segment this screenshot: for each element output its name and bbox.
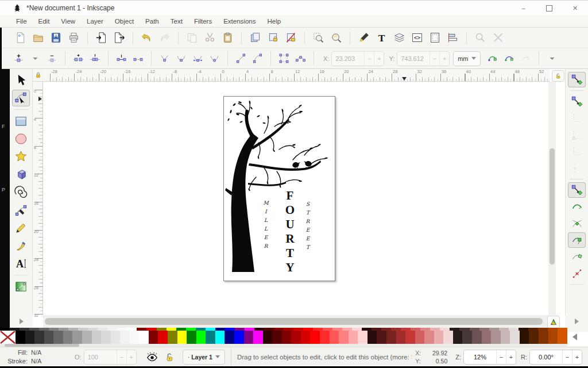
palette-swatch[interactable] [72,331,82,344]
minimize-button[interactable]: – [510,1,536,16]
y-increment-button[interactable]: + [439,52,449,66]
snap-bbox-edge-midpoints-button[interactable] [568,144,586,159]
palette-swatch[interactable] [92,331,102,344]
palette-swatch[interactable] [520,331,529,344]
ruler-lock-corner-button[interactable] [552,70,564,82]
lock-guides-toggle[interactable] [33,69,43,82]
curve-to-line-button[interactable] [250,51,265,66]
tool-ellipse[interactable] [12,131,30,147]
palette-swatch[interactable] [272,331,282,344]
zoom-selection-button[interactable] [311,30,326,45]
menu-item[interactable]: Layer [81,15,109,28]
join-with-segment-button[interactable] [114,51,129,66]
zoom-spinner[interactable]: 12% − + [463,350,516,365]
palette-swatch[interactable] [349,331,358,344]
snap-bbox-centers-button[interactable] [568,160,586,176]
palette-swatch[interactable] [25,331,35,344]
palette-swatch[interactable] [158,331,168,344]
rotate-cw-button[interactable]: + [572,350,582,364]
layers-dialog-button[interactable] [392,30,407,45]
palette-swatch[interactable] [263,331,273,344]
menu-item[interactable]: Filters [188,15,218,28]
current-layer-dropdown[interactable]: · Layer 1 [183,350,225,365]
palette-swatch[interactable] [291,331,301,344]
tool-pen[interactable] [12,202,30,218]
palette-swatch[interactable] [120,331,130,344]
xml-editor-button[interactable] [409,30,425,45]
no-color-swatch[interactable] [0,331,16,344]
palette-swatch[interactable] [130,331,140,344]
make-corner-button[interactable] [157,51,172,66]
snap-paths-button[interactable] [568,199,586,214]
palette-swatch[interactable] [482,331,492,344]
zoom-out-button[interactable]: − [496,350,506,364]
tool-calligraphy[interactable] [12,237,30,254]
palette-swatch[interactable] [139,331,149,344]
horizontal-scrollbar[interactable] [43,315,548,328]
opacity-increment-button[interactable]: + [126,350,136,364]
snap-smooth-nodes-button[interactable] [568,249,586,264]
tool-selector[interactable] [12,72,30,89]
save-button[interactable] [48,30,64,45]
tree-drawing[interactable] [224,97,335,281]
edit-clipping-path-button[interactable] [485,51,500,66]
x-increment-button[interactable]: + [374,52,384,66]
snap-bounding-box-button[interactable] [568,94,586,109]
align-distribute-button[interactable] [445,30,461,45]
palette-swatch[interactable] [225,331,234,344]
palette-swatch[interactable] [244,331,254,344]
rotation-spinner[interactable]: 0.00° − + [529,350,582,365]
text-dialog-button[interactable] [374,30,389,45]
palette-swatch[interactable] [82,331,92,344]
palette-swatch[interactable] [491,331,501,344]
layer-lock-toggle[interactable] [162,350,177,365]
artwork-text-fourty[interactable]: FOURTY [283,189,297,275]
menu-item[interactable]: Object [109,15,140,28]
opacity-spinner[interactable]: 100 − + [84,350,137,365]
y-decrement-button[interactable]: − [430,52,439,66]
import-button[interactable] [94,30,109,45]
tool-spiral[interactable] [12,184,30,201]
copy-button[interactable] [184,30,200,45]
snap-bbox-edges-button[interactable] [568,110,586,126]
export-button[interactable] [111,30,127,45]
palette-swatch[interactable] [453,331,463,344]
palette-swatch[interactable] [177,331,187,344]
snap-bbox-corners-button[interactable] [568,127,586,143]
palette-swatch[interactable] [510,331,520,344]
snap-toggle-button[interactable] [568,72,586,87]
unlink-clone-button[interactable] [283,30,299,45]
snap-cusp-nodes-button[interactable] [568,232,586,248]
palette-swatch[interactable] [206,331,215,344]
vertical-ruler[interactable]: 048121620242832 [33,82,43,315]
find-button[interactable] [473,30,488,45]
insert-node-button[interactable] [11,51,26,66]
rotate-ccw-button[interactable]: − [562,350,572,364]
palette-swatch[interactable] [301,331,311,344]
palette-swatch[interactable] [415,331,425,344]
palette-swatch[interactable] [368,331,377,344]
tool-text[interactable] [12,255,30,272]
duplicate-button[interactable] [247,30,263,45]
make-smooth-button[interactable] [174,51,188,66]
palette-swatch[interactable] [310,331,320,344]
palette-swatch[interactable] [16,331,25,344]
palette-swatch[interactable] [405,331,415,344]
menu-item[interactable]: Edit [33,15,56,28]
palette-swatch[interactable] [168,331,177,344]
palette-swatch[interactable] [53,331,63,344]
horizontal-scrollbar-thumb[interactable] [45,318,543,325]
snap-segment-midpoints-button[interactable] [568,266,586,281]
palette-swatch[interactable] [548,331,558,344]
palette-swatch[interactable] [462,331,472,344]
break-path-button[interactable] [71,51,86,66]
delete-node-button[interactable] [45,51,59,66]
palette-swatch[interactable] [320,331,330,344]
color-managed-display-toggle[interactable] [547,316,560,328]
style-indicator[interactable]: Fill: N/A Stroke: N/A [7,348,54,366]
line-to-curve-button[interactable] [234,51,248,66]
tool-gradient[interactable] [12,278,30,295]
palette-swatch[interactable] [539,331,548,344]
vertical-scrollbar-thumb[interactable] [550,148,555,264]
palette-swatch[interactable] [472,331,482,344]
